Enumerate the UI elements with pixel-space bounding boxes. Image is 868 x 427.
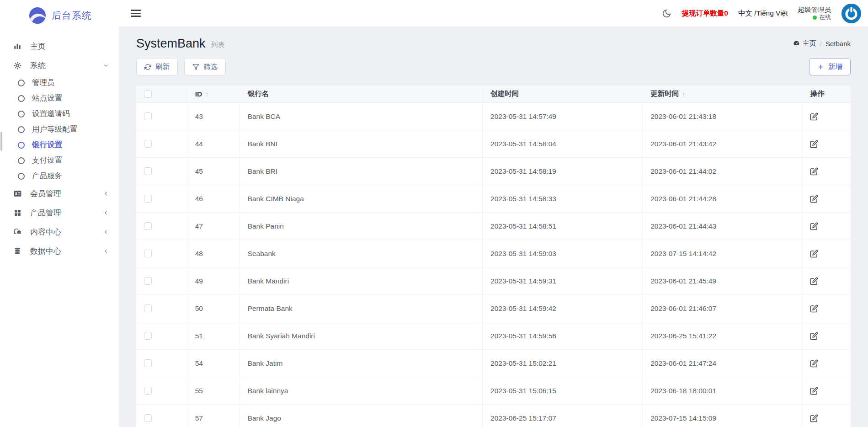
cell-bank-name: Bank BCA bbox=[240, 103, 483, 130]
cell-bank-name: Bank Jatim bbox=[240, 350, 483, 377]
edit-button[interactable] bbox=[810, 387, 818, 395]
sidebar: 后台系统 主页 系统 管理员 站点设置 设置邀请码 bbox=[0, 0, 119, 427]
sidebar-item-site-settings[interactable]: 站点设置 bbox=[0, 91, 119, 106]
cell-updated-time: 2023-07-15 14:15:09 bbox=[643, 405, 802, 427]
dark-mode-moon-icon[interactable] bbox=[662, 9, 671, 18]
sidebar-item-members[interactable]: 会员管理 bbox=[0, 184, 119, 203]
edit-button[interactable] bbox=[810, 304, 818, 313]
breadcrumb-home-label: 主页 bbox=[803, 39, 816, 48]
cell-id: 47 bbox=[187, 213, 240, 240]
hamburger-menu-icon[interactable] bbox=[131, 10, 141, 17]
row-checkbox[interactable] bbox=[144, 414, 152, 422]
cell-updated-time: 2023-06-01 21:44:43 bbox=[643, 213, 802, 240]
cell-created-time: 2023-05-31 14:58:33 bbox=[483, 185, 643, 212]
edit-button[interactable] bbox=[810, 277, 818, 285]
comments-icon bbox=[13, 228, 22, 236]
sidebar-item-label: 数据中心 bbox=[30, 246, 61, 256]
sidebar-scrollbar[interactable] bbox=[0, 132, 2, 151]
sidebar-item-content-center[interactable]: 内容中心 bbox=[0, 222, 119, 241]
filter-button-label: 筛选 bbox=[203, 62, 218, 72]
breadcrumb: 主页 / Setbank bbox=[793, 39, 851, 48]
breadcrumb-home[interactable]: 主页 bbox=[793, 39, 816, 48]
cell-created-time: 2023-05-31 14:58:19 bbox=[483, 158, 643, 185]
table-row: 45 Bank BRI 2023-05-31 14:58:19 2023-06-… bbox=[136, 158, 851, 185]
sidebar-item-label: 管理员 bbox=[32, 78, 55, 88]
header-id[interactable]: ID↑ bbox=[187, 85, 240, 102]
cell-bank-name: Bank Syariah Mandiri bbox=[240, 322, 483, 349]
row-checkbox[interactable] bbox=[144, 359, 152, 367]
table-header-row: ID↑ 银行名 创建时间 更新时间↑ 操作 bbox=[136, 85, 851, 103]
sidebar-item-home[interactable]: 主页 bbox=[0, 37, 119, 56]
app-logo[interactable]: 后台系统 bbox=[0, 0, 119, 30]
sidebar-item-products[interactable]: 产品管理 bbox=[0, 203, 119, 222]
sidebar-item-bank-settings[interactable]: 银行设置 bbox=[0, 137, 119, 153]
table-row: 57 Bank Jago 2023-06-25 15:17:07 2023-07… bbox=[136, 405, 851, 427]
sidebar-item-label: 产品管理 bbox=[30, 208, 61, 218]
select-all-checkbox[interactable] bbox=[144, 90, 152, 98]
edit-button[interactable] bbox=[810, 222, 818, 230]
row-checkbox[interactable] bbox=[144, 140, 152, 148]
row-checkbox[interactable] bbox=[144, 195, 152, 203]
refresh-button[interactable]: 刷新 bbox=[136, 58, 178, 75]
cell-created-time: 2023-05-31 14:59:42 bbox=[483, 295, 643, 322]
row-checkbox[interactable] bbox=[144, 112, 152, 120]
breadcrumb-current: Setbank bbox=[825, 40, 851, 48]
header-updated-time[interactable]: 更新时间↑ bbox=[643, 85, 802, 102]
edit-button[interactable] bbox=[810, 359, 818, 368]
cell-updated-time: 2023-06-01 21:43:18 bbox=[643, 103, 802, 130]
row-checkbox[interactable] bbox=[144, 222, 152, 230]
row-checkbox[interactable] bbox=[144, 167, 152, 175]
sidebar-item-data-center[interactable]: 数据中心 bbox=[0, 241, 119, 261]
cell-id: 57 bbox=[187, 405, 240, 427]
avatar[interactable] bbox=[841, 3, 862, 24]
refresh-icon bbox=[144, 64, 151, 70]
cell-updated-time: 2023-06-18 18:00:01 bbox=[643, 377, 802, 404]
filter-funnel-icon bbox=[192, 64, 199, 70]
edit-button[interactable] bbox=[810, 195, 818, 203]
cell-id: 43 bbox=[187, 103, 240, 130]
sort-asc-icon: ↑ bbox=[682, 91, 685, 98]
table-row: 43 Bank BCA 2023-05-31 14:57:49 2023-06-… bbox=[136, 103, 851, 130]
row-checkbox[interactable] bbox=[144, 304, 152, 312]
edit-button[interactable] bbox=[810, 250, 818, 258]
sidebar-item-admins[interactable]: 管理员 bbox=[0, 75, 119, 91]
cell-created-time: 2023-05-31 14:59:56 bbox=[483, 322, 643, 349]
edit-button[interactable] bbox=[810, 332, 818, 340]
radio-icon bbox=[16, 111, 26, 117]
sidebar-item-label: 产品服务 bbox=[32, 171, 62, 181]
cell-bank-name: Permata Bank bbox=[240, 295, 483, 322]
table-row: 48 Seabank 2023-05-31 14:59:03 2023-07-1… bbox=[136, 240, 851, 267]
add-button[interactable]: 新增 bbox=[809, 58, 851, 75]
edit-button[interactable] bbox=[810, 414, 818, 422]
sidebar-item-system[interactable]: 系统 bbox=[0, 56, 119, 75]
grid-icon bbox=[13, 209, 22, 217]
edit-button[interactable] bbox=[810, 112, 818, 121]
edit-button[interactable] bbox=[810, 140, 818, 148]
radio-icon bbox=[16, 157, 26, 164]
withdraw-order-count-link[interactable]: 提现订单数量0 bbox=[682, 9, 728, 18]
cell-created-time: 2023-06-25 15:17:07 bbox=[483, 405, 643, 427]
sidebar-item-label: 设置邀请码 bbox=[32, 109, 70, 119]
row-checkbox[interactable] bbox=[144, 250, 152, 257]
sidebar-menu: 主页 系统 管理员 站点设置 设置邀请码 用户等级配置 bbox=[0, 37, 119, 261]
filter-button[interactable]: 筛选 bbox=[184, 58, 226, 75]
cell-updated-time: 2023-06-01 21:46:07 bbox=[643, 295, 802, 322]
edit-button[interactable] bbox=[810, 167, 818, 176]
gear-icon bbox=[13, 61, 22, 70]
row-checkbox[interactable] bbox=[144, 277, 152, 285]
row-checkbox[interactable] bbox=[144, 387, 152, 395]
language-switcher[interactable]: 中文 /Tiếng Việt bbox=[738, 9, 788, 18]
sidebar-item-product-service[interactable]: 产品服务 bbox=[0, 168, 119, 184]
sidebar-item-user-level[interactable]: 用户等级配置 bbox=[0, 122, 119, 137]
cell-created-time: 2023-05-31 15:02:21 bbox=[483, 350, 643, 377]
cell-updated-time: 2023-06-01 21:45:49 bbox=[643, 267, 802, 294]
table-row: 46 Bank CIMB Niaga 2023-05-31 14:58:33 2… bbox=[136, 185, 851, 213]
radio-icon bbox=[16, 142, 26, 149]
refresh-button-label: 刷新 bbox=[155, 62, 170, 72]
cell-bank-name: Seabank bbox=[240, 240, 483, 267]
sidebar-item-invite-code[interactable]: 设置邀请码 bbox=[0, 106, 119, 122]
logo-icon bbox=[29, 7, 46, 24]
cell-id: 46 bbox=[187, 185, 240, 212]
sidebar-item-payment-settings[interactable]: 支付设置 bbox=[0, 153, 119, 168]
row-checkbox[interactable] bbox=[144, 332, 152, 340]
